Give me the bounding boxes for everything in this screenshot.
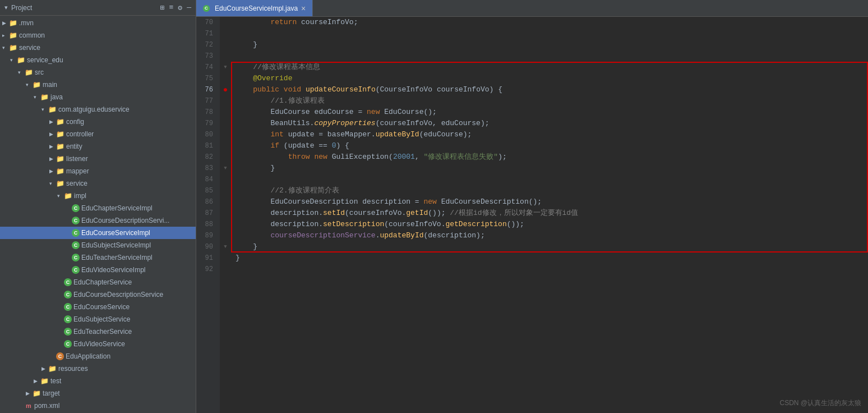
maven-icon: m: [25, 402, 33, 410]
list-icon[interactable]: ≡: [169, 3, 174, 12]
expand-arrow: ▶: [26, 391, 33, 396]
sidebar-item-EduChapterServiceImpl[interactable]: C EduChapterServiceImpl: [0, 202, 196, 214]
sidebar-item-EduSubjectServiceImpl[interactable]: C EduSubjectServiceImpl: [0, 239, 196, 251]
sidebar-item-entity[interactable]: ▶ 📁 entity: [0, 140, 196, 153]
layout-icon[interactable]: ⊞: [160, 3, 165, 12]
sidebar-item-label: EduVideoService: [73, 340, 125, 348]
editor-tab-EduCourseServiceImpl[interactable]: C EduCourseServiceImpl.java ×: [196, 0, 313, 16]
code-line-90: }: [231, 241, 868, 253]
line-number: 92: [196, 264, 216, 275]
folder-icon: 📁: [40, 377, 49, 385]
sidebar-item-label: pom.xml: [34, 402, 59, 410]
line-number: 85: [196, 185, 216, 196]
sidebar-item-label: entity: [66, 143, 82, 150]
line-number: 91: [196, 253, 216, 264]
sidebar-item-EduApplication[interactable]: C EduApplication: [0, 350, 196, 362]
folder-icon: 📁: [48, 365, 57, 373]
sidebar-item-label: EduSubjectServiceImpl: [81, 241, 151, 249]
sidebar-item-service[interactable]: ▾ 📁 service: [0, 42, 196, 54]
sidebar-item-label: .mvn: [19, 19, 34, 27]
sidebar-item-label: EduChapterServiceImpl: [81, 204, 153, 212]
folder-icon: 📁: [56, 180, 64, 187]
line-number: 82: [196, 152, 216, 163]
sidebar-item-impl[interactable]: ▾ 📁 impl: [0, 190, 196, 202]
sidebar-item-label: EduApplication: [66, 352, 110, 360]
code-line-71: [231, 28, 868, 39]
sidebar-item-label: EduCourseService: [73, 303, 130, 311]
sidebar-item-EduCourseDescriptionServi[interactable]: C EduCourseDescriptionServi...: [0, 214, 196, 227]
sidebar-item-target[interactable]: ▶ 📁 target: [0, 387, 196, 400]
class-icon: C: [72, 254, 80, 261]
sidebar-item-label: service: [66, 180, 87, 187]
sidebar-item-service-sub[interactable]: ▾ 📁 service: [0, 177, 196, 190]
close-icon[interactable]: —: [187, 3, 191, 12]
sidebar-item-mvn[interactable]: ▶ 📁 .mvn: [0, 17, 196, 29]
line-number: 89: [196, 230, 216, 241]
watermark: CSDN @认真生活的灰太狼: [779, 397, 861, 409]
sidebar-item-EduCourseDescriptionService[interactable]: C EduCourseDescriptionService: [0, 288, 196, 301]
sidebar-item-EduTeacherServiceImpl[interactable]: C EduTeacherServiceImpl: [0, 251, 196, 264]
sidebar-item-test[interactable]: ▶ 📁 test: [0, 375, 196, 387]
tab-close-button[interactable]: ×: [301, 4, 306, 13]
folder-icon: 📁: [40, 93, 49, 101]
sidebar-item-label: listener: [66, 155, 88, 163]
editor-area: C EduCourseServiceImpl.java × 70 71 72 7…: [196, 0, 868, 413]
sidebar-item-controller[interactable]: ▶ 📁 controller: [0, 128, 196, 140]
sidebar-item-main[interactable]: ▾ 📁 main: [0, 79, 196, 91]
code-line-82: throw new GuliException(20001, "修改课程表信息失…: [231, 152, 868, 163]
sidebar-item-common[interactable]: ▸ 📁 common: [0, 29, 196, 42]
sidebar-item-label: common: [19, 31, 45, 39]
class-icon: C: [72, 204, 80, 212]
folder-icon: 📁: [33, 81, 41, 89]
line-number: 90: [196, 241, 216, 253]
sidebar-item-src[interactable]: ▾ 📁 src: [0, 66, 196, 79]
sidebar-item-resources[interactable]: ▶ 📁 resources: [0, 362, 196, 375]
sidebar-item-pom-xml[interactable]: m pom.xml: [0, 400, 196, 412]
code-line-70: return courseInfoVo;: [231, 17, 868, 28]
sidebar-item-label: config: [66, 118, 84, 126]
sidebar-item-com-atguigu[interactable]: ▾ 📁 com.atguigu.eduservice: [0, 103, 196, 116]
sidebar-item-listener[interactable]: ▶ 📁 listener: [0, 153, 196, 165]
sidebar-item-mapper[interactable]: ▶ 📁 mapper: [0, 165, 196, 177]
code-line-76: public void updateCourseInfo(CourseInfoV…: [231, 84, 868, 95]
code-line-79: BeanUtils.copyProperties(courseInfoVo, e…: [231, 118, 868, 129]
sidebar-item-label: service_edu: [27, 56, 63, 64]
class-icon: C: [64, 328, 72, 336]
sidebar-item-EduChapterService[interactable]: C EduChapterService: [0, 276, 196, 288]
sidebar-item-label: impl: [74, 192, 86, 200]
expand-arrow: ▶: [41, 366, 48, 371]
line-number: 83: [196, 163, 216, 174]
sidebar-item-label: EduCourseDescriptionService: [73, 291, 163, 299]
class-icon: C: [64, 303, 72, 311]
expand-arrow: ▾: [10, 57, 17, 63]
expand-arrow: ▶: [49, 144, 56, 149]
code-line-85: //2.修改课程简介表: [231, 185, 868, 196]
sidebar-item-EduVideoService[interactable]: C EduVideoService: [0, 338, 196, 350]
line-number: 87: [196, 208, 216, 219]
sidebar-item-label: EduVideoServiceImpl: [81, 266, 146, 274]
class-icon: C: [64, 278, 72, 286]
folder-icon: 📁: [9, 44, 17, 52]
sidebar-item-EduVideoServiceImpl[interactable]: C EduVideoServiceImpl: [0, 264, 196, 276]
class-icon: C: [72, 266, 80, 274]
code-line-84: [231, 174, 868, 185]
sidebar-item-config[interactable]: ▶ 📁 config: [0, 116, 196, 128]
sidebar-item-EduCourseServiceImpl[interactable]: C EduCourseServiceImpl: [0, 227, 196, 239]
code-line-74: //修改课程基本信息: [231, 62, 868, 73]
line-number: 73: [196, 51, 216, 62]
sidebar-item-label: EduCourseDescriptionServi...: [81, 217, 169, 224]
code-line-91: }: [231, 253, 868, 264]
sidebar-item-java[interactable]: ▾ 📁 java: [0, 91, 196, 103]
gear-icon[interactable]: ⚙: [178, 3, 182, 12]
class-icon: C: [72, 229, 80, 237]
line-number: 86: [196, 196, 216, 208]
sidebar-item-label: mapper: [66, 167, 89, 175]
class-icon: C: [72, 217, 80, 224]
code-line-78: EduCourse eduCourse = new EduCourse();: [231, 107, 868, 118]
sidebar-item-EduCourseService[interactable]: C EduCourseService: [0, 301, 196, 313]
expand-arrow: ▾: [2, 45, 9, 51]
sidebar-item-label: EduTeacherServiceImpl: [81, 254, 153, 261]
sidebar-item-EduTeacherService[interactable]: C EduTeacherService: [0, 325, 196, 338]
sidebar-item-EduSubjectService[interactable]: C EduSubjectService: [0, 313, 196, 325]
sidebar-item-service-edu[interactable]: ▾ 📁 service_edu: [0, 54, 196, 66]
